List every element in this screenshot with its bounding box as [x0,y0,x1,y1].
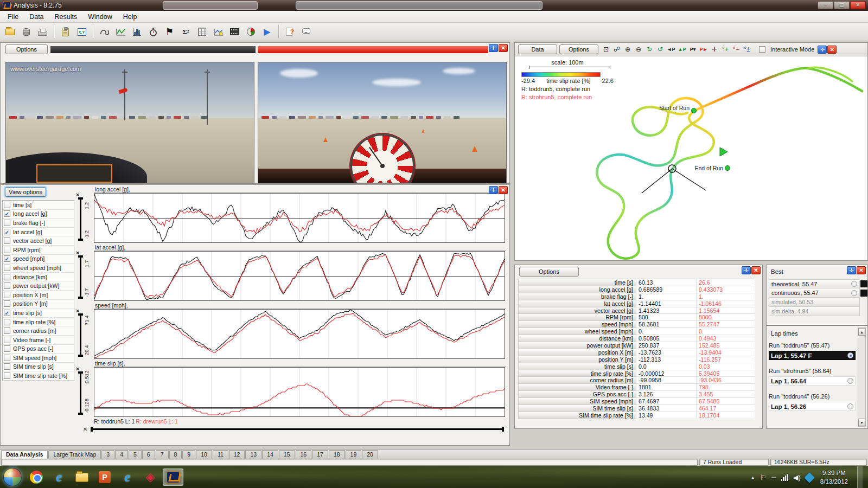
delete-point-icon[interactable]: °− [731,44,742,54]
table-row[interactable]: vector accel [g]1.413231.15654 [518,307,755,314]
channel-row-SIM[interactable]: SIM speed [mph] [3,354,74,363]
tab-large-track-map[interactable]: Large Track Map [48,450,101,459]
channel-checkbox[interactable] [4,237,10,244]
xy-plot-icon[interactable]: X,Y [74,25,89,39]
lap-times-scrollbar[interactable]: ▲ ▼ [858,328,866,427]
map-data-button[interactable]: Data [518,44,557,54]
panel-move-icon[interactable]: ✛ [742,266,751,274]
best-radio[interactable] [851,281,857,287]
volume-icon[interactable]: ◀) [793,473,801,481]
scroll-up-arrow[interactable]: ▲ [858,328,865,336]
table-row[interactable]: RPM [rpm]500.8000. [518,314,755,321]
fit-track-icon[interactable]: ☍ [611,44,622,54]
channel-checkbox[interactable] [4,345,10,352]
chart-plot[interactable] [94,251,505,301]
table-row[interactable]: corner radius [m]-99.0958-93.0436 [518,377,755,384]
channel-row-vector[interactable]: vector accel [g] [3,236,74,246]
tab-data-analysis[interactable]: Data Analysis [1,450,48,459]
table-row[interactable]: power output [kW]250.837152.485 [518,342,755,349]
internet-explorer-2-taskbar-icon[interactable]: e [117,468,138,486]
panel-close-icon[interactable]: ✕ [857,266,866,274]
panel-close-icon[interactable]: ✕ [751,266,761,274]
menu-file[interactable]: File [2,11,24,22]
table-row[interactable]: position Y [m]-112.313-116.257 [518,356,755,363]
start-button[interactable] [3,468,22,486]
table-row[interactable]: distance [km]0.508050.4943 [518,335,755,342]
view-options-button[interactable]: View options [5,187,46,197]
table-row[interactable]: time [s]60.1326.6 [518,279,755,286]
table-options-button[interactable]: Options [519,267,579,277]
chart-range-slider[interactable] [78,313,83,357]
taskbar-clock[interactable]: 9:39 PM 8/13/2012 [820,469,848,486]
gauge-display-icon[interactable] [244,25,258,39]
channel-checkbox[interactable] [4,337,10,343]
table-row[interactable]: SIM time slip [s]36.4833464.17 [518,405,755,412]
marker-prev-icon[interactable]: ◄P [666,44,676,54]
tab-10[interactable]: 10 [196,450,212,459]
tab-13[interactable]: 13 [245,450,261,459]
interactive-mode-checkbox[interactable] [759,46,765,53]
finish-flag-icon[interactable]: ⚑ [162,25,177,39]
channel-checkbox[interactable] [4,202,10,208]
hscroll-beam[interactable] [91,427,504,432]
rotate-ccw-icon[interactable]: ↺ [655,44,666,54]
run-playback-icon[interactable]: ▶ [260,25,275,39]
show-desktop-button[interactable] [857,466,863,488]
table-row[interactable]: brake flag [-]1.1. [518,293,755,300]
close-button[interactable]: ✕ [850,1,866,9]
tab-3[interactable]: 3 [101,450,114,459]
map-options-button[interactable]: Options [559,44,598,54]
menu-data[interactable]: Data [24,11,49,22]
windows-explorer-taskbar-icon[interactable] [72,468,92,486]
channel-row-GPS[interactable]: GPS pos acc [-] [3,345,74,354]
channel-checkbox[interactable] [4,363,10,370]
chart-plot[interactable] [94,193,505,243]
track-editor-icon[interactable] [97,25,112,39]
channel-checkbox[interactable] [4,373,10,379]
channel-checkbox[interactable] [4,247,10,253]
marker-flag-icon[interactable]: P▾ [687,44,698,54]
network-signal-icon[interactable] [781,474,788,481]
tab-12[interactable]: 12 [229,450,245,459]
table-row[interactable]: long accel [g]0.6865890.433073 [518,286,755,293]
video-progress-bar[interactable] [258,46,488,53]
table-row[interactable]: GPS pos acc [-]3.1263.455 [518,391,755,398]
channel-row-distance[interactable]: distance [km] [3,273,74,282]
channel-row-power[interactable]: power output [kW] [3,281,74,291]
load-data-icon[interactable] [19,25,34,39]
tab-15[interactable]: 15 [279,450,295,459]
tab-9[interactable]: 9 [182,450,195,459]
tab-8[interactable]: 8 [169,450,182,459]
tab-19[interactable]: 19 [346,450,362,459]
maximize-button[interactable]: ▢ [834,1,850,9]
channel-row-time[interactable]: time [s] [3,201,74,210]
print-icon[interactable] [35,25,50,39]
video-icon[interactable] [227,25,242,39]
channel-row-SIM[interactable]: SIM time slip rate [%] [3,371,74,381]
channel-row-time[interactable]: ✓time slip [s] [3,309,74,318]
channel-checkbox[interactable] [4,328,10,334]
channel-row-corner[interactable]: corner radius [m] [3,326,74,336]
channel-checkbox[interactable]: ✓ [4,229,10,235]
lap-row[interactable]: Lap 1, 55.47 F [769,351,856,360]
panel-close-icon[interactable]: ✕ [499,186,508,194]
channel-row-position[interactable]: position Y [m] [3,300,74,309]
chrome-taskbar-icon[interactable] [26,468,47,486]
best-row[interactable]: theoretical, 55.47 [769,279,860,288]
panel-move-icon[interactable]: ✛ [818,46,827,54]
channel-checkbox[interactable]: ✓ [4,255,10,262]
channel-row-long[interactable]: ✓long accel [g] [3,210,74,219]
channel-row-Video[interactable]: Video frame [-] [3,336,74,345]
tray-expand-icon[interactable]: ▲ [750,475,755,480]
chart-range-slider[interactable] [78,255,83,299]
channel-checkbox[interactable] [4,220,10,226]
video-options-button[interactable]: Options [5,44,48,54]
channel-row-RPM[interactable]: RPM [rpm] [3,246,74,255]
dropbox-icon[interactable] [804,472,815,483]
add-point-icon[interactable]: °+ [720,44,731,54]
channel-checkbox[interactable] [4,319,10,325]
stopwatch-icon[interactable] [146,25,161,39]
table-row[interactable]: time slip rate [%]-0.0000125.39405 [518,370,755,377]
table-row[interactable]: lat accel [g]-1.14401-1.06146 [518,300,755,307]
panel-close-icon[interactable]: ✕ [499,44,508,52]
